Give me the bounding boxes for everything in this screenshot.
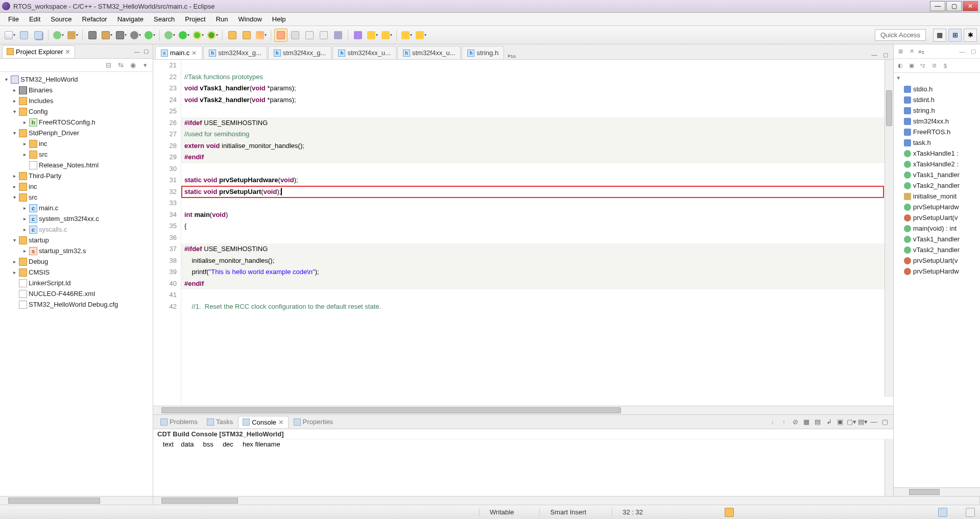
- menu-file[interactable]: File: [3, 13, 24, 25]
- toggle-mark-button[interactable]: [274, 29, 288, 42]
- tabs-overflow-indicator[interactable]: »₁₆: [507, 52, 516, 59]
- pin-console-button[interactable]: ⊘: [790, 417, 800, 427]
- display-selected-button[interactable]: ▦: [801, 417, 811, 427]
- save-button[interactable]: [17, 29, 31, 42]
- pin-editor-button[interactable]: [331, 29, 345, 42]
- tree-item[interactable]: ▸system_stm32f4xx.c: [0, 213, 153, 224]
- expand-icon[interactable]: ▸: [11, 87, 17, 93]
- tree-item[interactable]: ▾StdPeriph_Driver: [0, 128, 153, 138]
- debug-config-button[interactable]: ▾: [52, 29, 65, 42]
- outline-item[interactable]: initialise_monit: [895, 191, 979, 202]
- tree-item[interactable]: ▸src: [0, 149, 153, 160]
- tree-item[interactable]: Release_Notes.html: [0, 160, 153, 170]
- outline-item[interactable]: prvSetupUart(v: [895, 255, 979, 266]
- open-project-button[interactable]: [226, 29, 239, 42]
- outline-item[interactable]: stdio.h: [895, 84, 979, 94]
- code-line[interactable]: extern void initialise_monitor_handles()…: [181, 140, 893, 152]
- code-line[interactable]: //1. Reset the RCC clock configuration t…: [181, 301, 893, 313]
- view-menu-button[interactable]: ▾: [140, 61, 150, 70]
- maximize-button[interactable]: ▢: [946, 1, 962, 11]
- code-editor[interactable]: 2122232425262728293031323334353637383940…: [153, 60, 893, 406]
- step-down-button[interactable]: ▾: [366, 29, 379, 42]
- tree-item[interactable]: ▸startup_stm32.s: [0, 245, 153, 256]
- expand-icon[interactable]: ▸: [21, 141, 28, 146]
- tree-item[interactable]: ▾Config: [0, 106, 153, 117]
- outline-sort-button[interactable]: ⊞: [896, 47, 905, 56]
- console-output[interactable]: text data bss dec hex filename: [153, 439, 893, 496]
- code-line[interactable]: static void prvSetupUart(void);: [181, 186, 893, 198]
- tree-item[interactable]: LinkerScript.ld: [0, 278, 153, 288]
- toggle-breadcrumb-button[interactable]: [317, 29, 330, 42]
- target-button[interactable]: ▾: [114, 29, 128, 42]
- build-status-icon[interactable]: [725, 508, 734, 517]
- outline-hide2-button[interactable]: $: [941, 61, 950, 70]
- outline-item[interactable]: vTask1_handler: [895, 234, 979, 244]
- code-line[interactable]: #ifdef USE_SEMIHOSTING: [181, 117, 893, 129]
- outline-overflow-indicator[interactable]: »₂: [918, 48, 924, 55]
- collapse-all-button[interactable]: ⊟: [104, 61, 113, 70]
- quick-access-input[interactable]: Quick Access: [875, 29, 926, 41]
- expand-icon[interactable]: ▸: [11, 259, 17, 264]
- outline-menu-button[interactable]: ▾: [897, 74, 900, 82]
- minimize-view-button[interactable]: —: [132, 47, 141, 56]
- nav-fwd-button[interactable]: ▾: [414, 29, 427, 42]
- editor-tab[interactable]: hstm32f4xx_g...: [268, 46, 332, 59]
- outline-item[interactable]: task.h: [895, 137, 979, 148]
- scroll-lock-up-icon[interactable]: ↑: [779, 417, 789, 427]
- scroll-lock-down-icon[interactable]: ↓: [768, 417, 778, 427]
- bottom-tab-problems[interactable]: Problems: [156, 416, 202, 428]
- outline-horizontal-scrollbar[interactable]: [894, 487, 980, 496]
- expand-icon[interactable]: ▾: [11, 109, 17, 114]
- nav-back-button[interactable]: ▾: [400, 29, 413, 42]
- code-line[interactable]: #endif: [181, 152, 893, 163]
- editor-tab[interactable]: hstm32f4xx_u...: [332, 46, 396, 59]
- menu-source[interactable]: Source: [45, 13, 77, 25]
- code-line[interactable]: printf("This is hello world example code…: [181, 266, 893, 278]
- code-line[interactable]: static void prvSetupHardware(void);: [181, 175, 893, 186]
- code-line[interactable]: [181, 232, 893, 244]
- code-line[interactable]: void vTask2_handler(void *params);: [181, 94, 893, 106]
- code-line[interactable]: [181, 197, 893, 209]
- outline-item[interactable]: xTaskHandle2 :: [895, 159, 979, 169]
- run-button[interactable]: ▾: [177, 29, 190, 42]
- outline-item[interactable]: stdint.h: [895, 94, 979, 105]
- tree-item[interactable]: ▾startup: [0, 235, 153, 245]
- close-icon[interactable]: ✕: [65, 48, 70, 56]
- outer-horizontal-scrollbar[interactable]: [0, 496, 980, 505]
- expand-icon[interactable]: ▾: [3, 77, 9, 82]
- outline-item[interactable]: vTask2_handler: [895, 180, 979, 191]
- code-line[interactable]: [181, 60, 893, 71]
- build-button[interactable]: ▾: [66, 29, 79, 42]
- outline-maximize-button[interactable]: ▢: [969, 47, 978, 56]
- outline-static-button[interactable]: ▣: [907, 61, 916, 70]
- minimize-button[interactable]: —: [930, 1, 945, 11]
- outline-item[interactable]: vTask2_handler: [895, 244, 979, 255]
- bottom-tab-console[interactable]: Console ✕: [238, 416, 289, 428]
- outline-item[interactable]: stm32f4xx.h: [895, 116, 979, 127]
- new-button[interactable]: ▾: [3, 29, 16, 42]
- tree-item[interactable]: ▾src: [0, 192, 153, 203]
- expand-icon[interactable]: ▾: [11, 130, 17, 136]
- cpp-perspective-button[interactable]: ⊞: [948, 29, 962, 42]
- outline-minimize-button[interactable]: —: [958, 47, 967, 56]
- outline-filter-button[interactable]: ✕: [907, 47, 916, 56]
- code-line[interactable]: int main(void): [181, 209, 893, 221]
- outline-item[interactable]: xTaskHandle1 :: [895, 148, 979, 159]
- editor-horizontal-scrollbar[interactable]: [153, 406, 893, 414]
- config-button[interactable]: ▾: [129, 29, 142, 42]
- outline-item[interactable]: prvSetupHardw: [895, 266, 979, 277]
- bottom-tab-properties[interactable]: Properties: [290, 416, 337, 428]
- tree-item[interactable]: ▸inc: [0, 138, 153, 149]
- bottom-tab-tasks[interactable]: Tasks: [203, 416, 237, 428]
- menu-navigate[interactable]: Navigate: [112, 13, 149, 25]
- tree-item[interactable]: NUCLEO-F446RE.xml: [0, 288, 153, 299]
- open-perspective-button[interactable]: ▦: [933, 29, 946, 42]
- code-line[interactable]: #ifdef USE_SEMIHOSTING: [181, 243, 893, 255]
- focus-button[interactable]: ◉: [128, 61, 137, 70]
- code-line[interactable]: void vTask1_handler(void *params);: [181, 83, 893, 94]
- tree-item[interactable]: ▸inc: [0, 181, 153, 192]
- show-whitespace-button[interactable]: [303, 29, 316, 42]
- outline-item[interactable]: vTask1_handler: [895, 169, 979, 180]
- run-last-button[interactable]: ▾: [192, 29, 205, 42]
- editor-tab[interactable]: hstm32f4xx_u...: [397, 46, 461, 59]
